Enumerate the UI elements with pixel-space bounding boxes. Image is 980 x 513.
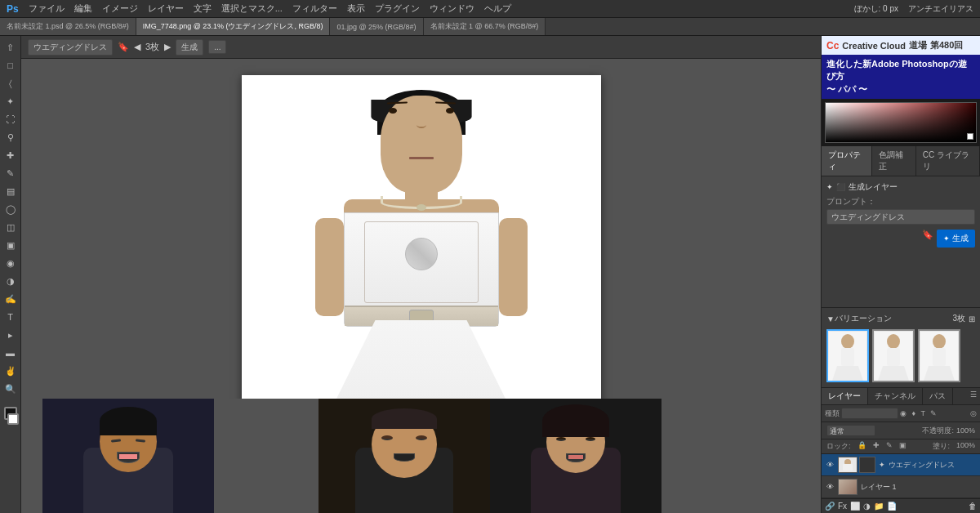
layer-item-0[interactable]: 👁 ✦ ウエディングドレス bbox=[822, 454, 980, 476]
color-cursor bbox=[967, 133, 973, 140]
menu-item-plugins[interactable]: プラグイン bbox=[375, 2, 420, 15]
background-color[interactable] bbox=[7, 413, 19, 425]
variation-2[interactable] bbox=[872, 329, 915, 382]
menu-item-window[interactable]: ウィンドウ bbox=[430, 2, 474, 15]
clone-tool[interactable]: ▤ bbox=[2, 183, 19, 199]
tab-3[interactable]: 名前未設定 1 @ 66.7% (RGB/8#) bbox=[424, 18, 546, 35]
history-tool[interactable]: ◯ bbox=[2, 201, 19, 217]
select-tool[interactable]: □ bbox=[2, 57, 19, 74]
variations-label: バリエーション bbox=[835, 313, 892, 324]
lock-art-icon[interactable]: ✎ bbox=[886, 441, 893, 452]
eyedropper-tool[interactable]: ⚲ bbox=[2, 129, 19, 145]
move-tool[interactable]: ⇧ bbox=[2, 39, 19, 56]
fill-value[interactable]: 100% bbox=[956, 441, 975, 452]
tab-2[interactable]: 01.jpg @ 25% (RGB/8#) bbox=[330, 18, 423, 35]
blend-mode-select[interactable]: 通常 bbox=[826, 425, 875, 436]
antialias-label: アンチエイリアス bbox=[908, 3, 973, 15]
variations-header: ▼ バリエーション 3枚 ⊞ bbox=[826, 313, 975, 324]
pen-tool[interactable]: ✍ bbox=[2, 291, 19, 307]
generate-button[interactable]: ✦ 生成 bbox=[937, 230, 975, 248]
tab-1[interactable]: IMG_7748.png @ 23.1% (ウエディングドレス, RGB/8) bbox=[136, 18, 331, 35]
tab-properties[interactable]: プロパティ bbox=[822, 146, 872, 176]
more-options-btn[interactable]: ... bbox=[208, 40, 226, 54]
layers-tab-channels[interactable]: チャンネル bbox=[868, 388, 923, 404]
zoom-tool[interactable]: 🔍 bbox=[2, 381, 19, 397]
layer-kind-select[interactable] bbox=[841, 408, 898, 419]
healing-tool[interactable]: ✚ bbox=[2, 147, 19, 163]
text-tool[interactable]: T bbox=[2, 309, 19, 325]
menu-item-type[interactable]: 文字 bbox=[194, 2, 212, 15]
layers-menu-icon[interactable]: ☰ bbox=[967, 388, 980, 404]
canvas-image[interactable] bbox=[242, 75, 601, 467]
right-arrow-icon[interactable]: ▶ bbox=[164, 42, 171, 52]
prompt-input[interactable] bbox=[826, 209, 975, 225]
lock-filter-icon[interactable]: ▣ bbox=[899, 441, 906, 452]
link-layers-icon[interactable]: 🔗 bbox=[825, 502, 835, 511]
variation-1-inner bbox=[828, 331, 867, 381]
tab-bar: 名前未設定 1.psd @ 26.5% (RGB/8#) IMG_7748.pn… bbox=[0, 18, 980, 36]
crop-tool[interactable]: ⛶ bbox=[2, 111, 19, 127]
layer-thumb-0 bbox=[838, 457, 858, 473]
color-picker-black-overlay bbox=[826, 103, 976, 142]
prompt-label: プロンプト： bbox=[826, 196, 975, 207]
eye-icon-1[interactable]: 👁 bbox=[825, 483, 835, 491]
gradient-tool[interactable]: ▣ bbox=[2, 237, 19, 253]
eye-icon-0[interactable]: 👁 bbox=[825, 461, 835, 469]
layers-tab-paths[interactable]: パス bbox=[923, 388, 953, 404]
menu-item-select[interactable]: 選択とマスク... bbox=[221, 2, 283, 15]
generate-btn[interactable]: 生成 bbox=[176, 39, 203, 56]
menu-item-edit[interactable]: 編集 bbox=[74, 2, 92, 15]
generative-layer-header: ✦ ⬛ 生成レイヤー bbox=[826, 181, 975, 193]
variation-3[interactable] bbox=[918, 329, 960, 382]
generative-layer-section: ✦ ⬛ 生成レイヤー プロンプト： 🔖 ✦ 生成 bbox=[826, 181, 975, 248]
menu-item-view[interactable]: 表示 bbox=[347, 2, 365, 15]
lasso-tool[interactable]: 〈 bbox=[2, 75, 19, 91]
opacity-value[interactable]: 100% bbox=[956, 426, 975, 435]
cc-header: Cc Creative Cloud 道場 第480回 bbox=[822, 36, 980, 55]
cc-brand: Creative Cloud bbox=[842, 41, 906, 51]
filter-icons: ◉ ♦ T ✎ bbox=[900, 409, 938, 417]
new-layer-icon[interactable]: 📄 bbox=[887, 502, 897, 511]
hand-tool[interactable]: ✌ bbox=[2, 363, 19, 379]
delete-layer-icon[interactable]: 🗑 bbox=[969, 502, 977, 511]
adjustment-layer-icon[interactable]: ◑ bbox=[863, 502, 871, 511]
cc-dojo: 道場 bbox=[909, 39, 927, 51]
bookmark-icon-2: 🔖 bbox=[922, 230, 933, 248]
path-select-tool[interactable]: ▸ bbox=[2, 327, 19, 343]
blur-tool[interactable]: ◉ bbox=[2, 255, 19, 271]
shape-tool[interactable]: ▬ bbox=[2, 345, 19, 361]
menu-item-help[interactable]: ヘルプ bbox=[484, 2, 511, 15]
tab-cc-libraries[interactable]: CC ライブラリ bbox=[916, 146, 980, 176]
generate-icon: ✦ bbox=[943, 234, 950, 243]
svg-marker-3 bbox=[832, 366, 863, 381]
layer-item-1[interactable]: 👁 レイヤー 1 bbox=[822, 476, 980, 498]
left-arrow-icon[interactable]: ◀ bbox=[134, 42, 140, 52]
necklace-pendant bbox=[416, 204, 426, 211]
lock-position-icon[interactable]: ✚ bbox=[873, 441, 880, 452]
menu-item-filter[interactable]: フィルター bbox=[292, 2, 337, 15]
brush-tool[interactable]: ✎ bbox=[2, 165, 19, 181]
dodge-tool[interactable]: ◑ bbox=[2, 273, 19, 289]
lock-controls: ロック: 🔒 ✚ ✎ ▣ 塗り: 100% bbox=[822, 439, 980, 454]
color-picker[interactable] bbox=[825, 102, 977, 143]
tab-color-correction[interactable]: 色調補正 bbox=[872, 146, 915, 176]
lock-all-icon[interactable]: 🔒 bbox=[858, 441, 866, 452]
tab-0[interactable]: 名前未設定 1.psd @ 26.5% (RGB/8#) bbox=[0, 18, 136, 35]
menu-item-layer[interactable]: レイヤー bbox=[148, 2, 184, 15]
prompt-input-btn[interactable]: ウエディングドレス bbox=[28, 39, 113, 56]
eraser-tool[interactable]: ◫ bbox=[2, 219, 19, 235]
menu-item-image[interactable]: イメージ bbox=[102, 2, 138, 15]
svg-rect-6 bbox=[887, 348, 900, 366]
layer-mask-icon[interactable]: ⬜ bbox=[850, 502, 860, 511]
layers-tab-layers[interactable]: レイヤー bbox=[822, 388, 868, 404]
prompt-section bbox=[826, 209, 975, 225]
menu-item-file[interactable]: ファイル bbox=[29, 2, 65, 15]
face bbox=[381, 96, 462, 194]
fill-label: 塗り: bbox=[933, 441, 950, 452]
filter-toggle-icon[interactable]: ◎ bbox=[970, 409, 977, 417]
magic-wand-tool[interactable]: ✦ bbox=[2, 93, 19, 109]
variation-3-inner bbox=[920, 331, 959, 381]
variation-1[interactable] bbox=[826, 329, 869, 382]
layer-effects-icon[interactable]: Fx bbox=[838, 502, 847, 511]
new-group-icon[interactable]: 📁 bbox=[874, 502, 884, 511]
